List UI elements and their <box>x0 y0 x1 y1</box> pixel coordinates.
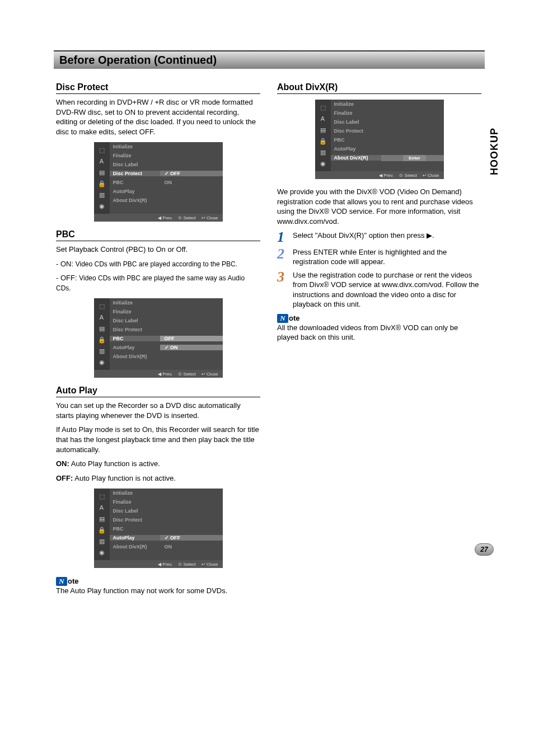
menu-value: ON <box>160 544 223 550</box>
right-column: About DivX(R) ⬚ A ▤ 🔒 ▥ ◉ Initialize Fin… <box>277 79 481 600</box>
menu-item: Disc Protect <box>331 128 381 134</box>
note-label: ote <box>68 577 79 585</box>
disc-protect-body: When recording in DVD+RW / +R disc or VR… <box>56 97 260 137</box>
menu-item: PBC <box>331 137 381 143</box>
autoplay-off-label: OFF: <box>56 474 73 482</box>
globe-icon: ◉ <box>97 548 106 557</box>
list-icon: ▤ <box>97 168 106 177</box>
menu-item: AutoPlay <box>110 189 160 194</box>
step-1-text: Select "About DivX(R)" option then press… <box>293 231 434 243</box>
lock-icon: 🔒 <box>318 137 327 145</box>
divx-body: We provide you with the DivX® VOD (Video… <box>277 187 481 226</box>
left-column: Disc Protect When recording in DVD+RW / … <box>56 79 260 600</box>
pbc-on-row: - ON: Video CDs with PBC are played acco… <box>56 259 260 269</box>
lock-icon: 🔒 <box>97 525 106 534</box>
menu-item: AutoPlay <box>331 146 381 152</box>
letter-a-icon: A <box>97 503 106 512</box>
footer-prev: ◀ Prev. <box>158 562 172 567</box>
side-tab-hookup: HOOKUP <box>488 123 502 180</box>
autoplay-off-text: Auto Play function is not active. <box>74 474 176 482</box>
disc-protect-heading: Disc Protect <box>56 82 260 94</box>
step-2: 2 Press ENTER while Enter is highlighted… <box>277 247 481 267</box>
pbc-on-text: Video CDs with PBC are played according … <box>76 260 237 268</box>
menu-screenshot-disc-protect: ⬚ A ▤ 🔒 ▥ ◉ Initialize Finalize Disc Lab… <box>94 142 223 222</box>
menu-screenshot-pbc: ⬚ A ▤ 🔒 ▥ ◉ Initialize Finalize Disc Lab… <box>94 298 223 378</box>
disc-icon: ⬚ <box>318 103 327 112</box>
menu-item: Finalize <box>110 499 160 505</box>
autoplay-note-body: The Auto Play function may not work for … <box>56 586 260 596</box>
section-title: Before Operation (Continued) <box>59 54 217 66</box>
menu-item: Disc Label <box>110 508 160 514</box>
menu-screenshot-divx: ⬚ A ▤ 🔒 ▥ ◉ Initialize Finalize Disc Lab… <box>315 100 444 179</box>
autoplay-off-row: OFF: Auto Play function is not active. <box>56 473 260 483</box>
divx-note-body: All the downloaded videos from DivX® VOD… <box>277 323 481 342</box>
footer-select: ⊙ Select <box>399 173 416 178</box>
step-number-icon: 3 <box>277 270 289 309</box>
note-icon: N <box>56 577 67 586</box>
disc-icon: ⬚ <box>97 302 106 311</box>
footer-select: ⊙ Select <box>178 372 195 377</box>
menu-value: ON <box>160 180 223 185</box>
film-icon: ▥ <box>97 190 106 199</box>
section-title-bar: Before Operation (Continued) <box>54 50 485 69</box>
footer-close: ↩ Close <box>202 372 218 377</box>
divx-heading: About DivX(R) <box>277 82 481 94</box>
autoplay-body1: You can set up the Recorder so a DVD dis… <box>56 401 260 420</box>
pbc-off-label: - OFF: <box>56 274 77 282</box>
menu-value: ON <box>160 345 223 350</box>
menu-item: Initialize <box>331 101 381 107</box>
enter-button: Enter <box>403 155 425 161</box>
menu-item: Finalize <box>110 153 160 158</box>
menu-item: Initialize <box>110 144 160 149</box>
menu-screenshot-autoplay: ⬚ A ▤ 🔒 ▥ ◉ Initialize Finalize Disc Lab… <box>94 489 223 568</box>
lock-icon: 🔒 <box>97 335 106 344</box>
list-icon: ▤ <box>97 324 106 333</box>
menu-item: Disc Protect <box>110 171 160 176</box>
film-icon: ▥ <box>318 148 327 157</box>
menu-item: AutoPlay <box>110 345 160 350</box>
autoplay-on-text: Auto Play function is active. <box>71 459 160 468</box>
menu-value: OFF <box>160 535 223 541</box>
menu-item: Finalize <box>331 110 381 116</box>
step-3-text: Use the registration code to purchase or… <box>293 270 481 309</box>
footer-close: ↩ Close <box>423 173 439 178</box>
lock-icon: 🔒 <box>97 179 106 188</box>
film-icon: ▥ <box>97 346 106 355</box>
note-icon: N <box>277 314 288 323</box>
list-icon: ▤ <box>318 125 327 134</box>
menu-item: PBC <box>110 336 160 341</box>
step-3: 3 Use the registration code to purchase … <box>277 270 481 309</box>
autoplay-on-row: ON: Auto Play function is active. <box>56 459 260 469</box>
menu-value: OFF <box>160 171 223 176</box>
autoplay-heading: Auto Play <box>56 386 260 397</box>
menu-item: AutoPlay <box>110 535 160 541</box>
letter-a-icon: A <box>97 313 106 322</box>
step-number-icon: 1 <box>277 231 289 243</box>
menu-item: PBC <box>110 180 160 185</box>
menu-item: Disc Label <box>110 162 160 167</box>
globe-icon: ◉ <box>97 358 106 367</box>
menu-item: About DivX(R) <box>331 155 381 161</box>
footer-select: ⊙ Select <box>178 215 195 220</box>
pbc-intro: Set Playback Control (PBC) to On or Off. <box>56 245 260 255</box>
footer-close: ↩ Close <box>202 215 218 220</box>
autoplay-note: Note <box>56 576 260 586</box>
footer-prev: ◀ Prev. <box>158 215 172 220</box>
globe-icon: ◉ <box>318 159 327 168</box>
menu-item: About DivX(R) <box>110 544 160 550</box>
step-number-icon: 2 <box>277 247 289 267</box>
disc-icon: ⬚ <box>97 145 106 154</box>
divx-note: Note <box>277 313 481 323</box>
page-number-badge: 27 <box>475 543 494 556</box>
autoplay-body2: If Auto Play mode is set to On, this Rec… <box>56 425 260 454</box>
menu-item: Disc Label <box>331 119 381 125</box>
menu-item: Finalize <box>110 309 160 314</box>
menu-item: About DivX(R) <box>110 354 160 359</box>
menu-item: Disc Protect <box>110 327 160 332</box>
menu-item: Initialize <box>110 490 160 496</box>
film-icon: ▥ <box>97 537 106 546</box>
menu-item: PBC <box>110 526 160 532</box>
step-2-text: Press ENTER while Enter is highlighted a… <box>293 247 481 267</box>
footer-prev: ◀ Prev. <box>158 372 172 377</box>
list-icon: ▤ <box>97 514 106 523</box>
